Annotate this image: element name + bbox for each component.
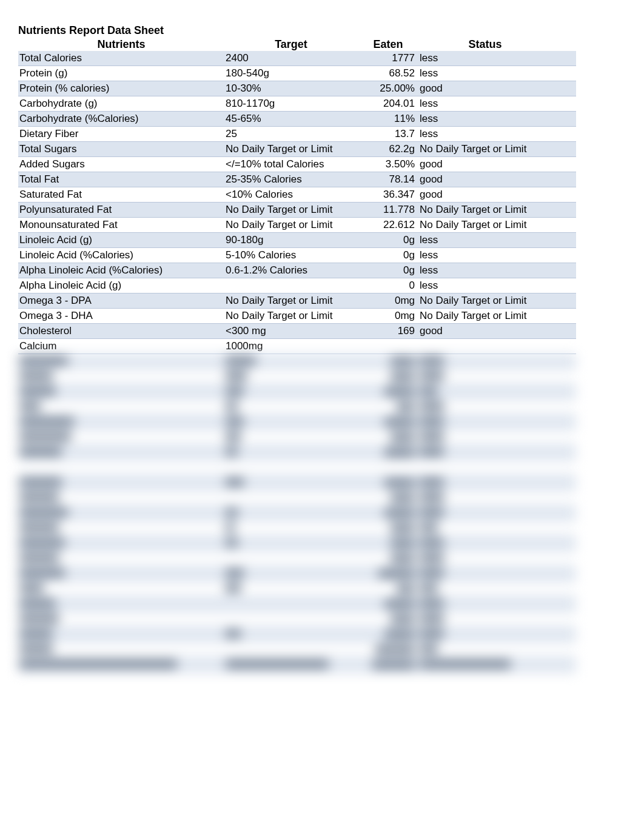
table-row: Protein (% calories)10-30%25.00%good [18, 81, 576, 96]
nutrient-target: No Daily Target or Limit [224, 143, 358, 155]
nutrient-eaten: 36.347 [358, 189, 418, 201]
nutrient-eaten: 0 [358, 280, 418, 292]
table-row: Added Sugars</=10% total Calories3.50%go… [18, 157, 576, 172]
nutrient-name: Saturated Fat [18, 189, 224, 201]
table-row: Cholesterol<300 mg169good [18, 324, 576, 339]
nutrient-status: less [418, 52, 552, 64]
nutrient-name: Omega 3 - DPA [18, 295, 224, 307]
nutrient-name: Polyunsaturated Fat [18, 204, 224, 216]
nutrient-eaten: 0mg [358, 310, 418, 322]
nutrient-status: No Daily Target or Limit [418, 295, 552, 307]
nutrient-target: 10-30% [224, 82, 358, 95]
nutrient-target: <10% Calories [224, 189, 358, 201]
header-target: Target [224, 38, 358, 51]
nutrient-name: Linoleic Acid (g) [18, 234, 224, 246]
table-row: Polyunsaturated FatNo Daily Target or Li… [18, 203, 576, 218]
nutrient-name: Carbohydrate (g) [18, 98, 224, 110]
nutrient-name: Total Sugars [18, 143, 224, 155]
header-eaten: Eaten [358, 38, 418, 51]
nutrient-eaten: 13.7 [358, 128, 418, 140]
nutrient-name: Total Calories [18, 52, 224, 64]
nutrient-target: 90-180g [224, 234, 358, 246]
nutrient-status: less [418, 98, 552, 110]
nutrient-name: Added Sugars [18, 158, 224, 170]
report-title: Nutrients Report Data Sheet [18, 24, 626, 37]
nutrient-eaten: 11.778 [358, 204, 418, 216]
nutrient-status: less [418, 234, 552, 246]
table-row: Carbohydrate (%Calories)45-65%11%less [18, 112, 576, 127]
nutrient-target: 2400 [224, 52, 358, 64]
nutrient-status: less [418, 280, 552, 292]
table-row: Dietary Fiber2513.7less [18, 127, 576, 142]
nutrient-eaten: 0g [358, 234, 418, 246]
table-row: Linoleic Acid (g)90-180g0gless [18, 233, 576, 248]
nutrient-name: Omega 3 - DHA [18, 310, 224, 322]
nutrient-status: less [418, 128, 552, 140]
table-row: Total Calories24001777less [18, 51, 576, 66]
nutrient-name: Monounsaturated Fat [18, 219, 224, 231]
nutrient-status: good [418, 158, 552, 170]
nutrient-target: No Daily Target or Limit [224, 204, 358, 216]
nutrient-target: 25 [224, 128, 358, 140]
nutrient-name: Dietary Fiber [18, 128, 224, 140]
nutrient-status: less [418, 249, 552, 261]
table-row: Carbohydrate (g)810-1170g204.01less [18, 96, 576, 112]
nutrient-eaten: 25.00% [358, 82, 418, 95]
header-nutrients: Nutrients [18, 38, 224, 51]
table-row: Total SugarsNo Daily Target or Limit62.2… [18, 142, 576, 157]
nutrient-name: Cholesterol [18, 325, 224, 337]
nutrient-name: Alpha Linoleic Acid (g) [18, 280, 224, 292]
header-status: Status [418, 38, 552, 51]
blurred-content [18, 354, 576, 672]
nutrient-status: No Daily Target or Limit [418, 143, 552, 155]
nutrient-eaten: 3.50% [358, 158, 418, 170]
nutrient-target: No Daily Target or Limit [224, 219, 358, 231]
nutrient-name: Protein (% calories) [18, 82, 224, 95]
nutrient-eaten: 68.52 [358, 67, 418, 79]
nutrient-eaten: 0mg [358, 295, 418, 307]
table-row: Omega 3 - DPANo Daily Target or Limit0mg… [18, 293, 576, 309]
table-header: Nutrients Target Eaten Status [18, 38, 576, 51]
table-row: Protein (g)180-540g68.52less [18, 66, 576, 81]
nutrients-table: Nutrients Target Eaten Status Total Calo… [18, 38, 576, 354]
nutrient-name: Carbohydrate (%Calories) [18, 113, 224, 125]
nutrient-name: Protein (g) [18, 67, 224, 79]
table-row: Alpha Linoleic Acid (g)0less [18, 278, 576, 293]
nutrient-eaten: 11% [358, 113, 418, 125]
nutrient-eaten: 78.14 [358, 173, 418, 186]
nutrient-eaten: 0g [358, 249, 418, 261]
nutrient-target: 180-540g [224, 67, 358, 79]
table-row: Calcium1000mg [18, 339, 576, 354]
nutrient-target: <300 mg [224, 325, 358, 337]
table-row: Omega 3 - DHANo Daily Target or Limit0mg… [18, 309, 576, 324]
nutrient-eaten: 1777 [358, 52, 418, 64]
nutrient-target: 45-65% [224, 113, 358, 125]
nutrient-name: Total Fat [18, 173, 224, 186]
table-row: Linoleic Acid (%Calories)5-10% Calories0… [18, 248, 576, 263]
nutrient-target: 5-10% Calories [224, 249, 358, 261]
table-row: Monounsaturated FatNo Daily Target or Li… [18, 218, 576, 233]
nutrient-status: less [418, 67, 552, 79]
nutrient-status: less [418, 264, 552, 277]
nutrient-status: No Daily Target or Limit [418, 219, 552, 231]
nutrient-eaten: 0g [358, 264, 418, 277]
table-row: Total Fat25-35% Calories78.14good [18, 172, 576, 187]
nutrient-status: No Daily Target or Limit [418, 204, 552, 216]
nutrient-name: Alpha Linoleic Acid (%Calories) [18, 264, 224, 277]
nutrient-status: good [418, 173, 552, 186]
nutrient-status: good [418, 325, 552, 337]
nutrient-target: </=10% total Calories [224, 158, 358, 170]
nutrient-eaten: 22.612 [358, 219, 418, 231]
nutrient-eaten: 62.2g [358, 143, 418, 155]
nutrient-status: good [418, 189, 552, 201]
nutrient-status: good [418, 82, 552, 95]
nutrient-target: 1000mg [224, 340, 358, 352]
nutrient-target: No Daily Target or Limit [224, 310, 358, 322]
nutrient-status: less [418, 113, 552, 125]
nutrient-eaten: 169 [358, 325, 418, 337]
nutrient-name: Linoleic Acid (%Calories) [18, 249, 224, 261]
nutrient-target: No Daily Target or Limit [224, 295, 358, 307]
table-row: Alpha Linoleic Acid (%Calories)0.6-1.2% … [18, 263, 576, 278]
table-row: Saturated Fat<10% Calories36.347good [18, 187, 576, 203]
nutrient-status: No Daily Target or Limit [418, 310, 552, 322]
